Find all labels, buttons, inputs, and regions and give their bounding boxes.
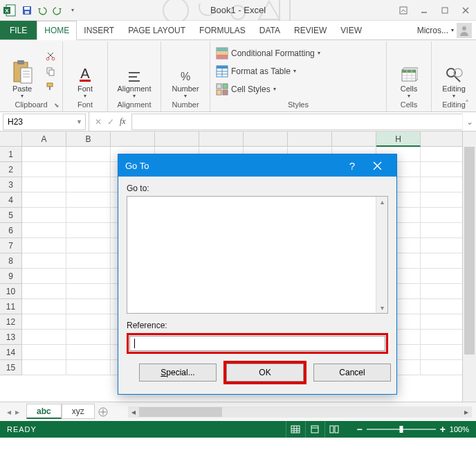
cell[interactable] xyxy=(22,299,66,314)
formula-input[interactable] xyxy=(131,114,462,130)
row-header[interactable]: 7 xyxy=(0,238,22,253)
column-header[interactable] xyxy=(421,132,465,147)
cell[interactable] xyxy=(421,345,465,360)
ok-button[interactable]: OK xyxy=(226,364,304,382)
minimize-button[interactable] xyxy=(414,0,434,21)
cell[interactable] xyxy=(421,208,465,223)
goto-listbox[interactable]: ▴▾ xyxy=(127,196,388,314)
tab-review[interactable]: REVIEW xyxy=(287,21,333,39)
column-header[interactable]: A xyxy=(22,132,66,147)
cell[interactable] xyxy=(66,223,111,238)
dialog-launcher-icon[interactable]: ⬊ xyxy=(54,102,60,109)
cell[interactable] xyxy=(22,147,66,162)
listbox-scrollbar[interactable]: ▴▾ xyxy=(376,197,387,313)
row-header[interactable]: 1 xyxy=(0,147,22,162)
special-button[interactable]: Special... xyxy=(139,364,217,382)
scrollbar-thumb[interactable] xyxy=(464,147,475,355)
cell[interactable] xyxy=(22,177,66,192)
zoom-out-button[interactable]: − xyxy=(356,424,362,435)
copy-button[interactable] xyxy=(44,65,57,78)
column-header[interactable] xyxy=(155,132,199,147)
cell[interactable] xyxy=(66,314,111,330)
tab-home[interactable]: HOME xyxy=(37,21,77,40)
qat-undo-button[interactable] xyxy=(35,3,50,18)
row-header[interactable]: 14 xyxy=(0,345,22,360)
view-normal-button[interactable] xyxy=(286,421,304,438)
row-header[interactable]: 9 xyxy=(0,269,22,284)
tab-page-layout[interactable]: PAGE LAYOUT xyxy=(121,21,192,39)
cell[interactable] xyxy=(22,269,66,284)
column-header[interactable] xyxy=(332,132,376,147)
horizontal-scrollbar[interactable]: ◂ ▸ xyxy=(128,406,472,418)
cell[interactable] xyxy=(66,284,111,299)
tab-formulas[interactable]: FORMULAS xyxy=(192,21,253,39)
cell[interactable] xyxy=(22,223,66,238)
column-header[interactable]: B xyxy=(66,132,111,147)
ribbon-display-button[interactable] xyxy=(393,0,414,21)
cell[interactable] xyxy=(66,208,111,223)
cell[interactable] xyxy=(421,269,465,284)
row-header[interactable]: 2 xyxy=(0,162,22,177)
font-button[interactable]: A Font ▾ xyxy=(68,44,102,99)
reference-input[interactable] xyxy=(129,336,385,351)
name-box[interactable]: H23 ▼ xyxy=(3,114,86,130)
qat-redo-button[interactable] xyxy=(50,3,65,18)
cell[interactable] xyxy=(421,360,465,375)
cell[interactable] xyxy=(22,208,66,223)
cell[interactable] xyxy=(66,147,111,162)
chevron-down-icon[interactable]: ▼ xyxy=(76,118,82,125)
scroll-left-button[interactable]: ◂ xyxy=(128,407,139,417)
cell[interactable] xyxy=(66,192,111,208)
cell[interactable] xyxy=(421,238,465,253)
cell[interactable] xyxy=(421,299,465,314)
zoom-in-button[interactable]: + xyxy=(440,424,446,435)
sheet-nav-next[interactable]: ▸ xyxy=(15,407,19,417)
tab-view[interactable]: VIEW xyxy=(333,21,369,39)
scroll-right-button[interactable]: ▸ xyxy=(461,407,472,417)
cell[interactable] xyxy=(66,162,111,177)
column-header[interactable] xyxy=(199,132,244,147)
cell[interactable] xyxy=(421,162,465,177)
maximize-button[interactable] xyxy=(434,0,455,21)
cell[interactable] xyxy=(66,177,111,192)
cell[interactable] xyxy=(66,299,111,314)
new-sheet-button[interactable] xyxy=(95,404,111,420)
collapse-ribbon-button[interactable]: ˄ xyxy=(462,99,472,109)
dialog-close-button[interactable] xyxy=(365,154,390,177)
dialog-titlebar[interactable]: Go To ? xyxy=(118,154,396,177)
cell[interactable] xyxy=(421,177,465,192)
row-header[interactable]: 6 xyxy=(0,223,22,238)
row-header[interactable]: 12 xyxy=(0,314,22,330)
cell[interactable] xyxy=(22,253,66,269)
cell[interactable] xyxy=(22,345,66,360)
cell[interactable] xyxy=(421,223,465,238)
cell[interactable] xyxy=(421,192,465,208)
cell[interactable] xyxy=(421,314,465,330)
column-header[interactable] xyxy=(288,132,332,147)
cell-styles-button[interactable]: Cell Styles▾ xyxy=(216,81,320,98)
zoom-value[interactable]: 100% xyxy=(450,425,469,433)
row-header[interactable]: 13 xyxy=(0,330,22,345)
row-header[interactable]: 3 xyxy=(0,177,22,192)
dialog-help-button[interactable]: ? xyxy=(340,154,365,177)
cell[interactable] xyxy=(22,284,66,299)
cell[interactable] xyxy=(66,238,111,253)
row-header[interactable]: 15 xyxy=(0,360,22,375)
select-all-corner[interactable] xyxy=(0,132,22,147)
cut-button[interactable] xyxy=(44,50,57,62)
cell[interactable] xyxy=(22,192,66,208)
tab-insert[interactable]: INSERT xyxy=(77,21,121,39)
number-button[interactable]: % Number ▾ xyxy=(167,44,204,99)
cell[interactable] xyxy=(22,360,66,375)
cell[interactable] xyxy=(22,314,66,330)
sheet-tab-abc[interactable]: abc xyxy=(26,404,62,419)
insert-function-button[interactable]: fx xyxy=(120,116,126,127)
cell[interactable] xyxy=(66,360,111,375)
cell[interactable] xyxy=(66,330,111,345)
view-page-break-button[interactable] xyxy=(324,421,342,438)
row-header[interactable]: 8 xyxy=(0,253,22,269)
row-header[interactable]: 11 xyxy=(0,299,22,314)
alignment-button[interactable]: Alignment ▾ xyxy=(113,44,155,99)
cell[interactable] xyxy=(22,330,66,345)
conditional-formatting-button[interactable]: Conditional Formatting▾ xyxy=(216,45,320,62)
